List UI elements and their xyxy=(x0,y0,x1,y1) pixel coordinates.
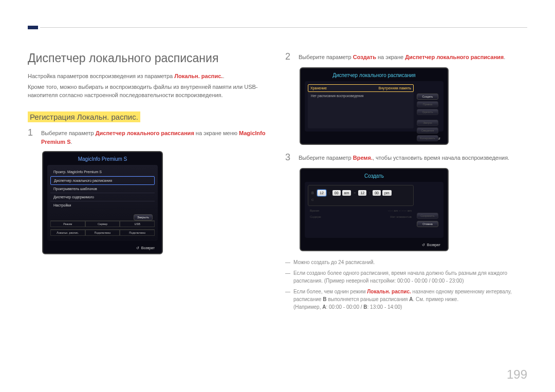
intro-paragraph-1: Настройка параметров воспроизведения из … xyxy=(28,72,270,80)
mock3-dim2-l: Содерж xyxy=(310,215,321,218)
step-2-number: 2 xyxy=(285,51,292,62)
step-1: 1 Выберите параметр Диспетчер локального… xyxy=(28,127,270,146)
note-1: ― Можно создать до 24 расписаний. xyxy=(285,258,527,266)
mock2-btn-run: Запуск xyxy=(417,120,438,126)
n3-B2: A xyxy=(409,296,413,302)
mock3-dim1-l: Время xyxy=(310,209,319,212)
mock3-time-panel: В 12 : 00 am ~ 12 : 00 pm С xyxy=(308,185,414,206)
mock1-return: Возврат xyxy=(141,246,155,250)
mock1-item-2: Проигрыватель шаблонов xyxy=(50,185,155,193)
intro1-text-a: Настройка параметров воспроизведения из … xyxy=(28,73,174,79)
step-1-text: Выберите параметр Диспетчер локального р… xyxy=(41,127,270,146)
n3-f: : 00:00 - 00:00 / xyxy=(326,304,363,310)
return-icon: ↺ xyxy=(422,243,425,247)
step-3: 3 Выберите параметр Время., чтобы устано… xyxy=(285,152,527,163)
note-dash: ― xyxy=(285,258,290,266)
mock2-side-buttons: Создать Правка Удалить Запуск Сведения К… xyxy=(417,94,438,145)
mock3-footer: ↺Возврат xyxy=(301,241,448,250)
screenshot-create-time: Создать В 12 : 00 am ~ 12 : 00 pm xyxy=(300,168,449,251)
mock1-status-headers: Режим Сервер USB xyxy=(50,220,155,227)
mock3-time-row: В 12 : 00 am ~ 12 : 00 pm xyxy=(311,190,410,196)
mock1-item-1-selected: Диспетчер локального расписания xyxy=(50,176,155,185)
step3-b: , чтобы установить время начала воспроиз… xyxy=(373,155,509,161)
mock2-title: Диспетчер локального расписания xyxy=(301,68,448,81)
intro1-dot: . xyxy=(223,73,224,79)
mock1-footer: ↺Возврат xyxy=(43,244,162,253)
note-dash: ― xyxy=(285,269,290,285)
mock1-sv-1: Подключено xyxy=(85,230,120,236)
n3-g: : 13:00 - 14:00) xyxy=(367,304,402,310)
left-column: Диспетчер локального расписания Настройк… xyxy=(28,51,270,371)
step1-b: на экране меню xyxy=(194,130,239,136)
mock3-title: Создать xyxy=(301,169,448,182)
note-2: ― Если создано более одного расписания, … xyxy=(285,269,527,285)
mock3-return: Возврат xyxy=(427,243,440,247)
return-icon: ↺ xyxy=(136,246,139,250)
mock2-btn-copy: Копировать xyxy=(417,135,438,141)
mock2-content-box: Хранение Внутренняя память Нет расписани… xyxy=(308,84,414,128)
mock2-body: Хранение Внутренняя память Нет расписани… xyxy=(305,81,443,132)
mock3-t1-min: 00 xyxy=(332,190,341,196)
header-divider xyxy=(40,27,527,28)
mock1-title: MagicInfo Premium S xyxy=(43,152,162,165)
step2-hl2: Диспетчер локального расписания xyxy=(405,54,504,60)
step-3-number: 3 xyxy=(285,152,292,163)
page-content: Диспетчер локального расписания Настройк… xyxy=(28,51,527,371)
header-accent-bar xyxy=(28,26,38,29)
mock3-t2-min: 00 xyxy=(373,190,381,196)
intro-paragraph-2: Кроме того, можно выбирать и воспроизвод… xyxy=(28,83,270,99)
colon-sep: : xyxy=(368,191,371,195)
mock3-t1-hour: 12 xyxy=(317,190,326,196)
mock3-body: В 12 : 00 am ~ 12 : 00 pm С Время xyxy=(305,182,443,238)
note-2-body: Если создано более одного расписания, вр… xyxy=(293,269,527,285)
section-heading: Регистрация Локальн. распис. xyxy=(28,111,140,122)
step1-a: Выберите параметр xyxy=(41,130,96,136)
mock1-close-button: Закрыть xyxy=(134,214,153,220)
n3-e: (Например, xyxy=(293,304,322,310)
step3-a: Выберите параметр xyxy=(299,155,353,161)
step-2-text: Выберите параметр Создать на экране Дисп… xyxy=(299,51,505,62)
mock1-sv-2: Подключено xyxy=(120,230,155,236)
colon-sep: : xyxy=(328,191,331,195)
right-column: 2 Выберите параметр Создать на экране Ди… xyxy=(285,51,527,371)
mock2-storage-label: Хранение xyxy=(310,86,327,90)
n3-a: Если более, чем однин режим xyxy=(293,289,367,294)
mock3-row-lbl-c: С xyxy=(311,196,410,201)
mock3-dim2-r: Нет элементов xyxy=(390,215,412,218)
step2-a: Выберите параметр xyxy=(299,54,353,60)
mock2-no-playback: Нет расписания воспроизведения xyxy=(308,92,414,100)
step2-hl1: Создать xyxy=(353,54,376,60)
mock2-btn-create: Создать xyxy=(417,94,438,100)
notes-list: ― Можно создать до 24 расписаний. ― Если… xyxy=(285,258,527,311)
mock3-row-lbl-v: В xyxy=(311,191,316,195)
step-2: 2 Выберите параметр Создать на экране Ди… xyxy=(285,51,527,62)
mock1-sh-1: Сервер xyxy=(85,221,120,227)
mock3-dim-row-2: Содерж Нет элементов xyxy=(308,212,414,218)
step3-hl1: Время. xyxy=(353,155,373,161)
note-3-body: Если более, чем однин режим Локальн. рас… xyxy=(293,288,527,311)
mock2-btn-delete: Удалить xyxy=(417,109,438,115)
mock2-storage-row: Хранение Внутренняя память xyxy=(308,84,414,92)
mock1-sh-0: Режим xyxy=(50,221,85,227)
mock2-storage-value: Внутренняя память xyxy=(379,86,411,90)
mock1-status-values: Локальн. распис. Подключено Подключено xyxy=(50,229,155,236)
n3-d: . См. пример ниже. xyxy=(413,296,459,302)
screenshot-magicinfo-menu: MagicInfo Premium S Проигр. MagicInfo Pr… xyxy=(42,151,163,254)
intro1-highlight: Локальн. распис. xyxy=(174,73,223,79)
mock1-sh-2: USB xyxy=(120,221,155,227)
step-3-text: Выберите параметр Время., чтобы установи… xyxy=(299,152,509,163)
mock3-t1-ampm: am xyxy=(342,190,351,196)
page-title: Диспетчер локального расписания xyxy=(28,51,270,65)
n3-hl: Локальн. распис. xyxy=(367,289,411,294)
mock3-t2-ampm: pm xyxy=(382,190,392,196)
step1-hl1: Диспетчер локального расписания xyxy=(96,130,194,136)
n3-B4: B xyxy=(363,304,367,310)
step2-b: на экране xyxy=(376,54,405,60)
mock1-item-0: Проигр. MagicInfo Premium S xyxy=(50,168,155,176)
mock1-item-4: Настройки xyxy=(50,201,155,209)
mock1-sv-0: Локальн. распис. xyxy=(50,230,85,236)
step-1-number: 1 xyxy=(28,127,35,146)
mock3-dim-row-1: Время --:-- am ~ --:-- am xyxy=(308,206,414,212)
mock3-dim1-r: --:-- am ~ --:-- am xyxy=(388,209,412,212)
mock3-t2-hour: 12 xyxy=(358,190,366,196)
